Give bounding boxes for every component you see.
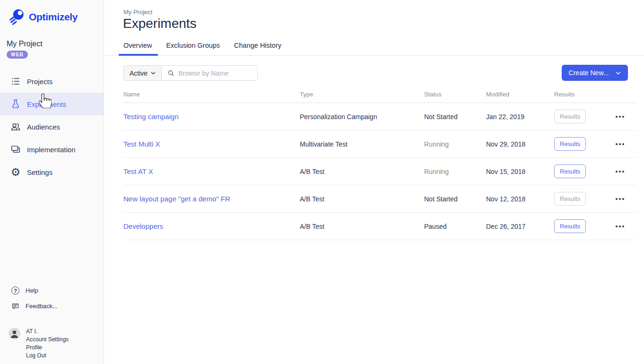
page-title: Experiments: [123, 16, 197, 31]
main-content: My Project Experiments Overview Exclusio…: [104, 0, 644, 364]
experiment-modified-date: Nov 29, 2018: [486, 140, 554, 148]
tab-change-history[interactable]: Change History: [234, 39, 281, 55]
sidebar-item-implementation[interactable]: Implementation: [0, 138, 104, 161]
row-actions-menu[interactable]: [616, 195, 636, 203]
experiment-name-link[interactable]: Test Multi X: [123, 140, 300, 148]
table-row: Testing campaign Personalization Campaig…: [123, 103, 636, 130]
experiment-name-link[interactable]: Testing campaign: [123, 113, 300, 121]
create-new-button[interactable]: Create New...: [562, 65, 628, 81]
sidebar-item-projects[interactable]: Projects: [0, 70, 104, 93]
logo-wordmark: Optimizely: [29, 11, 78, 23]
search-input[interactable]: [178, 69, 252, 77]
help-question-icon: ?: [11, 286, 19, 295]
filter-search-control: Active: [123, 65, 258, 81]
results-button[interactable]: Results: [554, 110, 586, 123]
row-actions-menu[interactable]: [616, 140, 636, 148]
projects-list-icon: [10, 76, 21, 87]
sidebar: Optimizely My Project WEB Projects Exper…: [0, 0, 104, 364]
experiments-table: Name Type Status Modified Results Testin…: [123, 90, 636, 240]
experiment-status: Paused: [424, 223, 486, 230]
table-row: Test Multi X Multivariate Test Running N…: [123, 130, 636, 158]
tab-exclusion-groups[interactable]: Exclusion Groups: [166, 39, 220, 55]
profile-link[interactable]: Profile: [26, 344, 69, 352]
sidebar-item-label: Settings: [27, 168, 52, 176]
optimizely-logo-icon: [8, 8, 26, 26]
sidebar-item-label: Projects: [27, 78, 52, 86]
sidebar-item-label: Experiments: [27, 100, 66, 108]
experiment-modified-date: Jan 22, 2019: [486, 113, 554, 121]
experiment-status: Running: [424, 168, 486, 175]
chevron-down-icon: [616, 71, 621, 75]
sidebar-nav: Projects Experiments Audiences: [0, 70, 104, 183]
sidebar-item-experiments[interactable]: Experiments: [0, 93, 104, 115]
user-display-name: AT I.: [26, 328, 69, 336]
results-button[interactable]: Results: [554, 137, 586, 151]
sidebar-item-audiences[interactable]: Audiences: [0, 115, 104, 138]
experiment-type: Multivariate Test: [300, 140, 424, 148]
sidebar-project-name: My Project: [7, 40, 43, 48]
optimizely-logo[interactable]: Optimizely: [8, 8, 78, 26]
column-header-name: Name: [123, 91, 300, 98]
feedback-label: Feedback...: [26, 303, 58, 310]
status-filter-dropdown[interactable]: Active: [124, 66, 162, 80]
sidebar-footer-links: ? Help Feedback...: [0, 283, 104, 314]
windows-stack-icon: [10, 144, 21, 155]
tab-bar: Overview Exclusion Groups Change History: [104, 39, 644, 56]
breadcrumb[interactable]: My Project: [123, 9, 152, 16]
table-header: Name Type Status Modified Results: [123, 90, 636, 103]
experiment-name-link[interactable]: Test AT X: [123, 167, 300, 175]
search-box: [162, 66, 257, 80]
results-button[interactable]: Results: [554, 192, 586, 206]
experiment-modified-date: Nov 15, 2018: [486, 168, 554, 175]
chevron-down-icon: [151, 71, 156, 75]
column-header-status: Status: [424, 91, 486, 98]
flask-icon: [10, 99, 21, 109]
status-filter-value: Active: [130, 69, 148, 77]
experiment-modified-date: Dec 26, 2017: [486, 223, 554, 230]
results-button[interactable]: Results: [554, 219, 586, 233]
help-label: Help: [26, 287, 38, 294]
experiment-type: A/B Test: [300, 168, 424, 175]
row-actions-menu[interactable]: [616, 113, 636, 121]
experiment-type: Personalization Campaign: [300, 113, 424, 121]
row-actions-menu[interactable]: [616, 223, 636, 230]
log-out-link[interactable]: Log Out: [26, 352, 69, 360]
avatar-person-icon[interactable]: [9, 328, 20, 339]
table-row: New layout page "get a demo" FR A/B Test…: [123, 185, 636, 213]
gear-icon: ⚙: [10, 167, 21, 177]
results-button[interactable]: Results: [554, 165, 586, 178]
column-header-results: Results: [554, 91, 616, 98]
experiment-status: Not Started: [424, 113, 486, 121]
account-settings-link[interactable]: Account Settings: [26, 336, 69, 344]
column-header-modified: Modified: [486, 91, 554, 98]
experiment-modified-date: Nov 12, 2018: [486, 195, 554, 203]
experiment-type: A/B Test: [300, 195, 424, 203]
user-block: AT I. Account Settings Profile Log Out: [9, 328, 69, 360]
project-type-badge: WEB: [7, 51, 28, 59]
sidebar-item-settings[interactable]: ⚙ Settings: [0, 161, 104, 183]
help-link[interactable]: ? Help: [0, 283, 104, 298]
sidebar-item-label: Audiences: [27, 123, 60, 131]
experiment-name-link[interactable]: Developpers: [123, 222, 300, 230]
column-header-type: Type: [300, 91, 424, 98]
search-icon: [167, 69, 174, 77]
experiment-name-link[interactable]: New layout page "get a demo" FR: [123, 195, 300, 203]
tab-overview[interactable]: Overview: [123, 39, 152, 55]
table-row: Test AT X A/B Test Running Nov 15, 2018 …: [123, 158, 636, 185]
audiences-people-icon: [10, 121, 21, 132]
feedback-bubble-icon: [11, 302, 19, 310]
create-new-label: Create New...: [569, 69, 609, 77]
experiment-status: Running: [424, 140, 486, 148]
experiment-status: Not Started: [424, 195, 486, 203]
row-actions-menu[interactable]: [616, 168, 636, 175]
table-row: Developpers A/B Test Paused Dec 26, 2017…: [123, 213, 636, 240]
feedback-link[interactable]: Feedback...: [0, 298, 104, 314]
experiment-type: A/B Test: [300, 223, 424, 230]
sidebar-item-label: Implementation: [27, 146, 76, 154]
